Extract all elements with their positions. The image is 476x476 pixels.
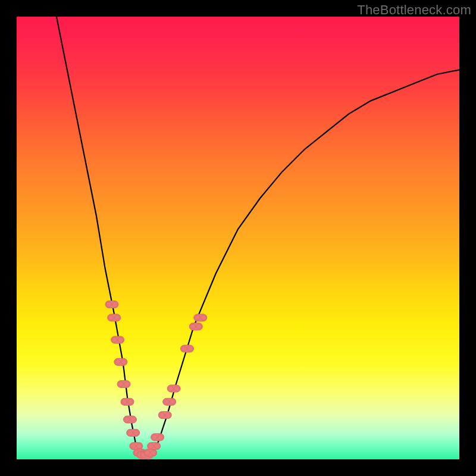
svg-rect-33 bbox=[140, 452, 154, 459]
svg-rect-27 bbox=[133, 449, 146, 456]
svg-rect-51 bbox=[167, 385, 180, 392]
svg-point-28 bbox=[134, 450, 139, 455]
svg-point-13 bbox=[118, 381, 123, 386]
data-point-marker bbox=[189, 323, 202, 330]
svg-point-38 bbox=[151, 450, 155, 455]
data-point-marker bbox=[127, 429, 140, 436]
svg-rect-42 bbox=[151, 434, 164, 441]
curve-layer bbox=[17, 17, 459, 459]
svg-point-20 bbox=[130, 417, 135, 422]
data-point-marker bbox=[105, 301, 118, 308]
svg-point-35 bbox=[148, 452, 152, 457]
svg-point-7 bbox=[112, 337, 117, 342]
svg-point-58 bbox=[190, 324, 195, 329]
svg-point-55 bbox=[181, 346, 186, 351]
svg-rect-0 bbox=[105, 301, 118, 308]
svg-rect-15 bbox=[121, 398, 134, 405]
svg-rect-21 bbox=[127, 429, 140, 436]
svg-point-25 bbox=[131, 443, 136, 448]
svg-point-17 bbox=[128, 399, 133, 404]
data-point-marker bbox=[117, 381, 130, 388]
svg-rect-18 bbox=[123, 416, 136, 423]
chart-frame: TheBottleneck.com bbox=[0, 0, 476, 476]
svg-rect-54 bbox=[180, 345, 193, 352]
svg-point-11 bbox=[121, 359, 126, 364]
svg-point-62 bbox=[201, 315, 206, 320]
data-point-marker bbox=[114, 358, 127, 365]
svg-point-16 bbox=[122, 399, 127, 404]
svg-rect-57 bbox=[189, 323, 202, 330]
svg-point-37 bbox=[145, 450, 149, 455]
svg-point-1 bbox=[107, 302, 111, 306]
svg-point-40 bbox=[148, 443, 153, 448]
svg-rect-36 bbox=[144, 449, 157, 456]
svg-point-2 bbox=[112, 302, 117, 306]
svg-point-14 bbox=[124, 381, 129, 386]
data-point-marker bbox=[194, 314, 207, 321]
svg-rect-9 bbox=[114, 358, 127, 365]
svg-point-49 bbox=[164, 399, 168, 404]
svg-point-56 bbox=[187, 346, 192, 351]
data-point-marker bbox=[123, 416, 136, 423]
svg-point-29 bbox=[140, 450, 145, 455]
svg-point-10 bbox=[115, 359, 120, 364]
svg-point-43 bbox=[152, 435, 156, 440]
svg-point-5 bbox=[114, 315, 119, 320]
plot-area bbox=[17, 17, 459, 459]
svg-point-41 bbox=[154, 443, 159, 448]
data-point-marker bbox=[130, 443, 143, 450]
svg-point-4 bbox=[108, 315, 113, 320]
data-point-marker bbox=[140, 452, 154, 459]
svg-point-26 bbox=[137, 443, 142, 448]
data-point-marker bbox=[151, 434, 164, 441]
svg-point-52 bbox=[168, 386, 173, 391]
data-point-marker bbox=[148, 443, 161, 450]
data-point-marker bbox=[121, 398, 134, 405]
svg-point-59 bbox=[196, 324, 201, 329]
svg-rect-30 bbox=[137, 452, 150, 459]
data-point-marker bbox=[108, 314, 121, 321]
data-point-marker bbox=[133, 449, 146, 456]
data-point-marker bbox=[163, 398, 176, 405]
svg-point-31 bbox=[138, 452, 143, 457]
svg-point-8 bbox=[118, 337, 123, 342]
bottleneck-curve bbox=[57, 17, 459, 455]
svg-point-19 bbox=[124, 417, 129, 422]
data-point-marker bbox=[167, 385, 180, 392]
data-point-marker bbox=[158, 412, 171, 419]
data-point-marker bbox=[144, 449, 157, 456]
svg-point-53 bbox=[174, 386, 179, 391]
data-point-marker bbox=[180, 345, 193, 352]
svg-point-32 bbox=[144, 452, 149, 457]
svg-point-44 bbox=[158, 435, 162, 440]
svg-point-22 bbox=[127, 430, 132, 435]
svg-point-50 bbox=[170, 399, 174, 404]
svg-rect-24 bbox=[130, 443, 143, 450]
svg-rect-12 bbox=[117, 381, 130, 388]
svg-point-34 bbox=[142, 452, 146, 457]
svg-rect-48 bbox=[163, 398, 176, 405]
data-point-marker bbox=[137, 452, 150, 459]
svg-rect-6 bbox=[111, 336, 124, 343]
svg-rect-39 bbox=[148, 443, 161, 450]
watermark-text: TheBottleneck.com bbox=[357, 2, 471, 18]
svg-rect-60 bbox=[194, 314, 207, 321]
svg-rect-3 bbox=[108, 314, 121, 321]
svg-rect-45 bbox=[158, 412, 171, 419]
svg-point-46 bbox=[159, 412, 164, 417]
svg-point-23 bbox=[133, 430, 138, 435]
svg-point-61 bbox=[195, 315, 200, 320]
data-point-marker bbox=[111, 336, 124, 343]
svg-point-47 bbox=[165, 412, 170, 417]
